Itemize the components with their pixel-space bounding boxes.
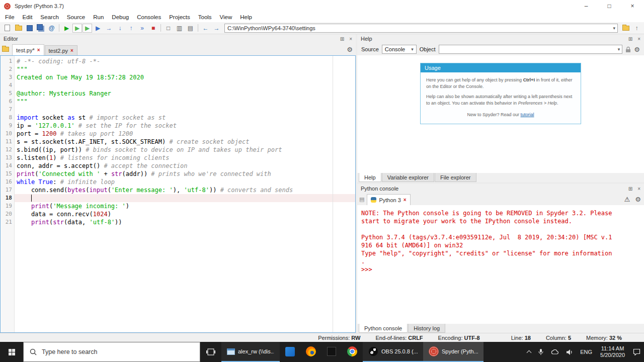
object-input[interactable] — [439, 45, 618, 53]
menu-item-view[interactable]: View — [216, 12, 236, 22]
chevron-down-icon[interactable]: ▾ — [618, 47, 620, 52]
bottom-tab-variable-explorer[interactable]: Variable explorer — [382, 173, 434, 182]
code-line[interactable]: 16while True: # infinite loop — [1, 178, 355, 186]
browse-tabs-icon[interactable]: ▤ — [359, 196, 364, 203]
parent-directory-button[interactable]: ↑ — [631, 23, 642, 33]
code-line[interactable]: 17 conn.send(bytes(input('Enter message:… — [1, 186, 355, 194]
tab-close-icon[interactable]: × — [404, 197, 407, 203]
tray-chevron-up-icon[interactable] — [524, 342, 534, 362]
code-line[interactable]: 18 — [1, 194, 355, 202]
code-line[interactable]: 15print('Connected with ' + str(addr)) #… — [1, 170, 355, 178]
debug-button[interactable]: ▶ — [93, 23, 103, 33]
continue-button[interactable]: » — [137, 23, 147, 33]
browse-tabs-icon[interactable] — [2, 47, 9, 52]
code-line[interactable]: 1# -*- coding: utf-8 -*- — [1, 57, 355, 65]
undock-pane-icon[interactable]: ⊞ — [628, 36, 632, 42]
step-over-button[interactable]: → — [104, 23, 114, 33]
source-select[interactable]: Console ▾ — [382, 45, 417, 54]
action-center-button[interactable] — [629, 342, 644, 362]
maximize-button[interactable]: □ — [598, 0, 621, 12]
code-editor[interactable]: 1# -*- coding: utf-8 -*-2"""3Created on … — [0, 55, 356, 333]
console-output[interactable]: NOTE: The Python console is going to be … — [357, 205, 644, 324]
undock-pane-icon[interactable]: ⊞ — [340, 36, 344, 42]
menu-item-file[interactable]: File — [1, 12, 19, 22]
code-line[interactable]: 3Created on Tue May 19 18:57:28 2020 — [1, 73, 355, 81]
code-line[interactable]: 13s.listen(1) # listens for incoming cli… — [1, 154, 355, 162]
taskbar-app-explorer-window[interactable]: alex_rw (\\dis... — [221, 342, 280, 362]
code-line[interactable]: 21 print(str(data, 'utf-8')) — [1, 218, 355, 226]
search-input[interactable] — [42, 348, 168, 355]
close-pane-icon[interactable]: × — [637, 186, 640, 192]
editor-tab-test2py[interactable]: test2.py× — [45, 45, 77, 55]
code-line[interactable]: 4 — [1, 81, 355, 89]
split-horizontal-button[interactable]: ▤ — [185, 23, 196, 33]
start-button[interactable] — [0, 342, 23, 362]
onedrive-cloud-icon[interactable] — [547, 342, 562, 362]
taskbar-app-obs[interactable]: OBS 25.0.8 (... — [363, 342, 423, 362]
back-button[interactable]: ← — [200, 23, 211, 33]
save-all-button[interactable] — [35, 23, 46, 33]
lock-icon[interactable] — [625, 46, 631, 53]
bottom-tab-help[interactable]: Help — [359, 173, 381, 182]
code-line[interactable]: 14conn, addr = s.accept() # accept the c… — [1, 162, 355, 170]
console-tab-python3[interactable]: Python 3 × — [367, 194, 410, 205]
step-into-button[interactable]: ↓ — [115, 23, 125, 33]
menu-item-consoles[interactable]: Consoles — [133, 12, 165, 22]
stop-button[interactable]: ■ — [148, 23, 158, 33]
find-symbols-button[interactable]: @ — [46, 23, 57, 33]
chevron-down-icon[interactable]: ▾ — [611, 26, 617, 31]
menu-item-projects[interactable]: Projects — [165, 12, 194, 22]
microphone-icon[interactable] — [534, 342, 547, 362]
menu-item-help[interactable]: Help — [236, 12, 256, 22]
tab-close-icon[interactable]: × — [37, 47, 40, 53]
run-cell-button[interactable]: ▶ — [72, 24, 82, 33]
close-pane-icon[interactable]: × — [349, 36, 352, 42]
menu-item-search[interactable]: Search — [36, 12, 62, 22]
forward-button[interactable]: → — [211, 23, 222, 33]
editor-options-gear-icon[interactable]: ⚙ — [347, 46, 353, 53]
console-options-gear-icon[interactable]: ⚙ — [635, 196, 641, 203]
taskbar-app-spyder[interactable]: Spyder (Pyth... — [423, 342, 484, 362]
code-line[interactable]: 12s.bind((ip, port)) # binds socket to d… — [1, 146, 355, 154]
open-file-button[interactable] — [13, 23, 24, 33]
taskbar-app-chrome[interactable] — [342, 342, 363, 362]
minimize-button[interactable]: – — [575, 0, 598, 12]
close-button[interactable]: × — [621, 0, 644, 12]
menu-item-edit[interactable]: Edit — [19, 12, 37, 22]
menu-item-debug[interactable]: Debug — [108, 12, 133, 22]
tutorial-link[interactable]: tutorial — [521, 112, 534, 117]
close-pane-icon[interactable]: × — [637, 36, 640, 42]
taskbar-app-dark-app[interactable] — [321, 342, 342, 362]
code-line[interactable]: 7 — [1, 106, 355, 114]
undock-pane-icon[interactable]: ⊞ — [628, 186, 632, 192]
code-line[interactable]: 10port = 1200 # takes up port 1200 — [1, 130, 355, 138]
browse-directory-button[interactable] — [620, 23, 631, 33]
menu-item-run[interactable]: Run — [89, 12, 108, 22]
run-cell-advance-button[interactable]: ▶ — [83, 24, 92, 33]
save-button[interactable] — [24, 23, 35, 33]
taskbar-search[interactable] — [23, 342, 200, 362]
warning-icon[interactable]: ⚠ — [624, 196, 630, 203]
code-line[interactable]: 20 data = conn.recv(1024) — [1, 210, 355, 218]
bottom-tab-history-log[interactable]: History log — [408, 324, 445, 333]
taskbar-app-blue-app[interactable] — [280, 342, 300, 362]
code-line[interactable]: 9ip = '127.0.0.1' # set the IP for the s… — [1, 122, 355, 130]
help-options-gear-icon[interactable]: ⚙ — [634, 46, 640, 53]
step-return-button[interactable]: ↑ — [126, 23, 136, 33]
taskbar-app-firefox[interactable] — [300, 342, 321, 362]
run-file-button[interactable]: ▶ — [61, 23, 72, 33]
bottom-tab-file-explorer[interactable]: File explorer — [435, 173, 476, 182]
clock[interactable]: 11:14 AM 5/20/2020 — [596, 345, 629, 358]
maximize-pane-button[interactable]: □ — [163, 23, 174, 33]
object-combo[interactable]: ▾ — [439, 45, 623, 54]
language-indicator[interactable]: ENG — [577, 342, 596, 362]
code-line[interactable]: 19 print('Message incoming: ') — [1, 202, 355, 210]
tab-close-icon[interactable]: × — [70, 48, 73, 53]
working-directory-combo[interactable]: C:\WinPython\WPy64-3740\settings ▾ — [224, 24, 618, 33]
code-line[interactable]: 6""" — [1, 98, 355, 106]
split-vertical-button[interactable]: ▥ — [174, 23, 185, 33]
code-line[interactable]: 5@author: Mysterious Ranger — [1, 89, 355, 98]
speaker-icon[interactable] — [562, 342, 577, 362]
code-line[interactable]: 8import socket as st # import socket as … — [1, 114, 355, 122]
task-view-button[interactable] — [200, 342, 221, 362]
